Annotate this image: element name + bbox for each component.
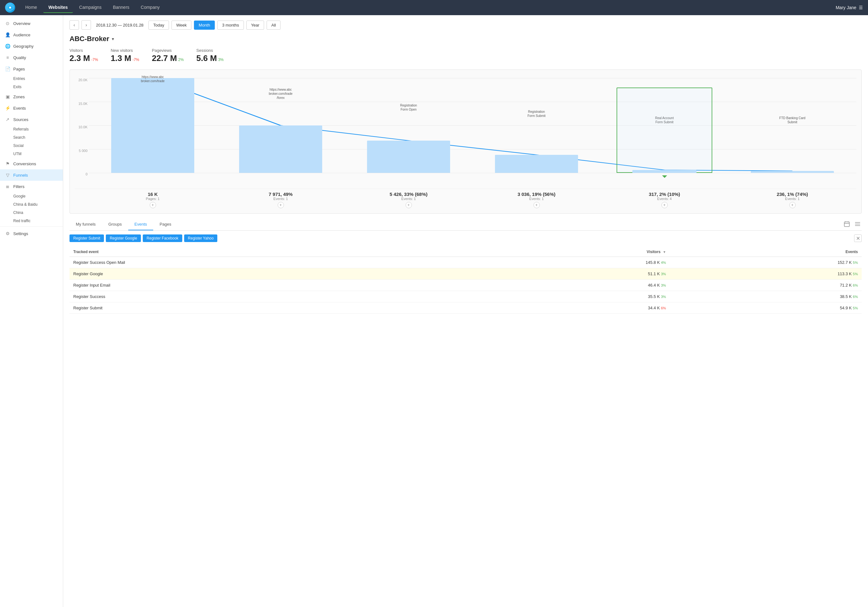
user-menu-icon[interactable]: ☰ [859,5,863,10]
sidebar-item-zones[interactable]: ▣ Zones [0,91,63,102]
list-view-btn[interactable] [854,220,862,230]
calendar-view-btn[interactable] [843,220,851,230]
broker-dropdown-arrow[interactable]: ▾ [112,36,114,41]
month-button[interactable]: Month [194,20,215,30]
sidebar-item-overview[interactable]: ⊙ Overview [0,18,63,29]
sidebar-label-conversions: Conversions [13,161,36,166]
funnel-step-3[interactable]: Registration Form Open [345,75,473,173]
sidebar-label-settings: Settings [13,231,28,236]
tab-my-funnels[interactable]: My funnels [70,219,102,230]
grid-line-0 [89,173,856,173]
filter-tag-register-yahoo[interactable]: Register Yahoo [184,234,218,242]
filter-tag-register-submit[interactable]: Register Submit [70,234,104,242]
nav-websites[interactable]: Websites [43,2,73,13]
filter-tag-register-facebook[interactable]: Register Facebook [143,234,182,242]
sidebar-divider [0,226,63,227]
y-label-15k: 15.0K [75,102,87,106]
pages-icon: 📄 [5,66,10,71]
funnel-tabs: My funnels Groups Events Pages [70,219,862,231]
sidebar-sub-search[interactable]: Search [0,134,63,141]
filter-tags-close-btn[interactable]: ✕ [854,234,862,242]
sidebar-item-settings[interactable]: ⚙ Settings [0,228,63,239]
logo[interactable] [5,3,15,12]
funnel-step-4[interactable]: Registration Form Submit [473,75,600,173]
svg-point-2 [9,7,11,9]
sidebar-sub-utm[interactable]: UTM [0,150,63,158]
funnel-container: 20.0K 15.0K 10.0K 5 000 0 [70,70,862,214]
funnel-info-6: 236, 1% (74%) Events: 1 + [728,191,856,208]
funnel-add-btn-1[interactable]: + [150,202,156,208]
funnel-add-btn-3[interactable]: + [406,202,412,208]
sidebar-sub-red-traffic[interactable]: Red traffic [0,217,63,225]
event-name-4: Register Success [70,291,478,303]
all-button[interactable]: All [267,20,281,30]
stat-visitors-value: 2.3 M [70,53,90,63]
col-visitors[interactable]: Visitors ▼ [478,247,670,257]
event-visitors-5: 34.4 K 6% [478,303,670,314]
funnel-step-5[interactable]: Real Account Form Submit [600,75,728,173]
stat-pageviews-value: 22.7 M [152,53,177,63]
week-button[interactable]: Week [172,20,191,30]
sidebar-sub-google[interactable]: Google [0,192,63,200]
sidebar: ⊙ Overview 👤 Audience 🌐 Geography ≡ Qual… [0,15,63,607]
funnel-sub-4: Events: 1 [473,197,600,201]
funnel-step-6[interactable]: FTD Banking Card Submit [728,75,856,173]
event-visitors-1: 145.8 K 4% [478,257,670,268]
3months-button[interactable]: 3 months [217,20,243,30]
funnel-info-1: 16 K Pages: 1 + [89,191,217,208]
funnel-bar-5 [632,170,696,173]
sidebar-item-audience[interactable]: 👤 Audience [0,29,63,40]
sidebar-sub-china-baidu[interactable]: China & Baidu [0,200,63,208]
stat-pageviews: Pageviews 22.7 M 2% [152,48,184,63]
stat-pageviews-change: 2% [178,57,183,62]
funnel-add-btn-5[interactable]: + [662,202,668,208]
sidebar-sub-china[interactable]: China [0,208,63,217]
sidebar-item-quality[interactable]: ≡ Quality [0,52,63,63]
nav-banners[interactable]: Banners [108,2,134,13]
sidebar-sub-entries[interactable]: Entries [0,75,63,83]
sidebar-label-geography: Geography [13,44,34,49]
event-name-2: Register Google [70,268,478,279]
nav-company[interactable]: Company [136,2,165,13]
nav-campaigns[interactable]: Campaigns [74,2,107,13]
today-button[interactable]: Today [149,20,169,30]
sidebar-item-conversions[interactable]: ⚑ Conversions [0,158,63,169]
sidebar-item-funnels[interactable]: ▽ Funnels [0,169,63,181]
tab-pages[interactable]: Pages [153,219,178,230]
funnel-add-btn-4[interactable]: + [533,202,540,208]
stat-new-visitors-value: 1.3 M [110,53,131,63]
sidebar-sub-social[interactable]: Social [0,141,63,150]
funnel-step-1[interactable]: https://www.abc broker.com/trade [89,75,217,173]
stat-sessions-change: 3% [218,57,224,62]
funnel-add-btn-2[interactable]: + [277,202,284,208]
view-buttons [843,220,862,230]
funnel-bar-5-highlight [617,87,713,173]
next-period-button[interactable]: › [82,20,91,30]
nav-home[interactable]: Home [20,2,42,13]
tab-events[interactable]: Events [128,219,153,230]
filter-tag-register-google[interactable]: Register Google [106,234,141,242]
funnel-add-btn-6[interactable]: + [789,202,796,208]
funnel-step-2[interactable]: https://www.abc broker.com/trade /forex [217,75,345,173]
sidebar-sub-referrals[interactable]: Referrals [0,125,63,134]
stat-visitors: Visitors 2.3 M -7% [70,48,98,63]
prev-period-button[interactable]: ‹ [70,20,79,30]
sidebar-item-pages[interactable]: 📄 Pages [0,63,63,75]
table-row: Register Success 35.5 K 3% 38.5 K 6% [70,291,862,303]
sidebar-sub-exits[interactable]: Exits [0,83,63,91]
sidebar-item-filters[interactable]: ≣ Filters [0,181,63,192]
funnel-info-5: 317, 2% (10%) Events: 4 + [600,191,728,208]
year-button[interactable]: Year [246,20,264,30]
sidebar-item-sources[interactable]: ↗ Sources [0,114,63,125]
tab-groups[interactable]: Groups [102,219,128,230]
stat-sessions: Sessions 5.6 M 3% [197,48,224,63]
table-row: Register Success Open Mail 145.8 K 4% 15… [70,257,862,268]
filter-tags: Register Submit Register Google Register… [70,234,862,242]
funnel-actions-5: + [600,202,728,208]
stat-pageviews-value-row: 22.7 M 2% [152,53,184,63]
funnel-steps-area: https://www.abc broker.com/trade https:/… [89,75,856,189]
sidebar-label-audience: Audience [13,33,30,37]
stat-sessions-value-row: 5.6 M 3% [197,53,224,63]
sidebar-item-geography[interactable]: 🌐 Geography [0,40,63,52]
sidebar-item-events[interactable]: ⚡ Events [0,102,63,114]
